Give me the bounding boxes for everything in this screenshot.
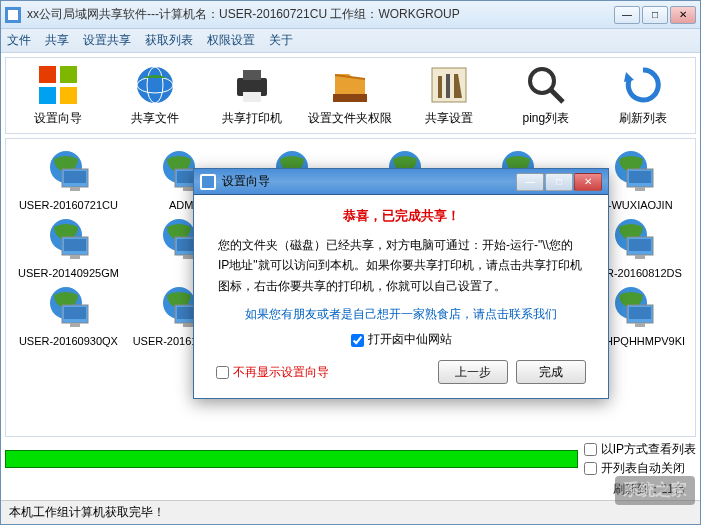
- svg-rect-10: [243, 70, 261, 80]
- checkbox-auto-close[interactable]: [584, 462, 597, 475]
- dialog-close-button[interactable]: ✕: [574, 173, 602, 191]
- progress-bar: [5, 450, 578, 468]
- toolbar-label: ping列表: [523, 110, 570, 127]
- window-title: xx公司局域网共享软件---计算机名：USER-20160721CU 工作组：W…: [27, 6, 614, 23]
- dialog-maximize-button[interactable]: □: [545, 173, 573, 191]
- menu-permissions[interactable]: 权限设置: [207, 32, 255, 49]
- toolbar-label: 设置向导: [34, 110, 82, 127]
- svg-rect-20: [64, 171, 86, 183]
- toolbar-label: 刷新列表: [619, 110, 667, 127]
- svg-rect-11: [243, 92, 261, 102]
- toolbar-label: 设置文件夹权限: [308, 110, 392, 127]
- option-by-ip[interactable]: 以IP方式查看列表: [584, 441, 696, 458]
- status-bar: 本机工作组计算机获取完毕！: [1, 500, 700, 524]
- dialog-body: 恭喜，已完成共享！ 您的文件夹（磁盘）已经共享，对方电脑可通过：开始-运行-"\…: [194, 195, 608, 398]
- computer-label: USER-20140925GM: [14, 267, 123, 279]
- svg-rect-64: [629, 239, 651, 251]
- svg-rect-4: [39, 87, 56, 104]
- checkbox-no-show[interactable]: [216, 366, 229, 379]
- windows-logo-icon: [37, 64, 79, 106]
- dialog-open-site[interactable]: 打开卤中仙网站: [210, 331, 592, 348]
- dialog-no-show[interactable]: 不再显示设置向导: [216, 364, 430, 381]
- dialog-link[interactable]: 如果您有朋友或者是自己想开一家熟食店，请点击联系我们: [210, 306, 592, 323]
- menu-share[interactable]: 共享: [45, 32, 69, 49]
- dialog-footer: 不再显示设置向导 上一步 完成: [210, 360, 592, 388]
- svg-rect-21: [70, 187, 80, 191]
- computer-icon: [609, 283, 657, 331]
- count-text: 刷新到：21台: [613, 481, 686, 498]
- svg-rect-14: [438, 76, 442, 98]
- computer-item[interactable]: USER-20160930QX: [14, 283, 123, 347]
- svg-rect-68: [64, 307, 86, 319]
- svg-point-16: [530, 69, 554, 93]
- computer-icon: [44, 147, 92, 195]
- svg-rect-45: [70, 255, 80, 259]
- toolbar-share-settings[interactable]: 共享设置: [409, 64, 489, 127]
- svg-rect-2: [39, 66, 56, 83]
- svg-rect-65: [635, 255, 645, 259]
- svg-rect-88: [629, 307, 651, 319]
- bottom-row: 以IP方式查看列表 开列表自动关闭: [5, 441, 696, 477]
- toolbar-folder-perm[interactable]: 设置文件夹权限: [308, 64, 392, 127]
- folder-lock-icon: [329, 64, 371, 106]
- refresh-icon: [622, 64, 664, 106]
- toolbar-share-printer[interactable]: 共享打印机: [212, 64, 292, 127]
- option-auto-close[interactable]: 开列表自动关闭: [584, 460, 696, 477]
- menu-get-list[interactable]: 获取列表: [145, 32, 193, 49]
- toolbar-label: 共享打印机: [222, 110, 282, 127]
- dialog-titlebar: 设置向导 ― □ ✕: [194, 169, 608, 195]
- svg-rect-1: [8, 10, 18, 20]
- menu-file[interactable]: 文件: [7, 32, 31, 49]
- computer-label: USER-20160930QX: [14, 335, 123, 347]
- window-buttons: ― □ ✕: [614, 6, 696, 24]
- computer-icon: [44, 215, 92, 263]
- svg-rect-25: [183, 187, 193, 191]
- svg-rect-89: [635, 323, 645, 327]
- toolbar-share-file[interactable]: 共享文件: [115, 64, 195, 127]
- svg-rect-69: [70, 323, 80, 327]
- menubar: 文件 共享 设置共享 获取列表 权限设置 关于: [1, 29, 700, 53]
- checkbox-open-site[interactable]: [351, 334, 364, 347]
- minimize-button[interactable]: ―: [614, 6, 640, 24]
- prev-button[interactable]: 上一步: [438, 360, 508, 384]
- svg-rect-49: [183, 255, 193, 259]
- svg-rect-90: [202, 176, 214, 188]
- app-icon: [5, 7, 21, 23]
- svg-rect-15: [446, 74, 450, 98]
- printer-icon: [231, 64, 273, 106]
- computer-item[interactable]: USER-20160721CU: [14, 147, 123, 211]
- computer-item[interactable]: USER-20140925GM: [14, 215, 123, 279]
- close-button[interactable]: ✕: [670, 6, 696, 24]
- svg-rect-44: [64, 239, 86, 251]
- toolbar-refresh[interactable]: 刷新列表: [603, 64, 683, 127]
- svg-rect-73: [183, 323, 193, 327]
- toolbar: 设置向导 共享文件 共享打印机 设置文件夹权限 共享设置 ping列表 刷新列表: [5, 57, 696, 134]
- dialog-message: 您的文件夹（磁盘）已经共享，对方电脑可通过：开始-运行-"\\您的IP地址"就可…: [218, 235, 584, 296]
- svg-rect-3: [60, 66, 77, 83]
- menu-share-settings[interactable]: 设置共享: [83, 32, 131, 49]
- computer-icon: [609, 147, 657, 195]
- tools-icon: [428, 64, 470, 106]
- dialog-minimize-button[interactable]: ―: [516, 173, 544, 191]
- wizard-dialog: 设置向导 ― □ ✕ 恭喜，已完成共享！ 您的文件夹（磁盘）已经共享，对方电脑可…: [193, 168, 609, 399]
- svg-rect-40: [629, 171, 651, 183]
- checkbox-by-ip[interactable]: [584, 443, 597, 456]
- dialog-title: 设置向导: [222, 173, 516, 190]
- count-row: 刷新到：21台: [5, 481, 696, 498]
- svg-line-17: [551, 90, 563, 102]
- maximize-button[interactable]: □: [642, 6, 668, 24]
- dialog-icon: [200, 174, 216, 190]
- svg-rect-5: [60, 87, 77, 104]
- toolbar-ping[interactable]: ping列表: [506, 64, 586, 127]
- computer-icon: [609, 215, 657, 263]
- options-panel: 以IP方式查看列表 开列表自动关闭: [584, 441, 696, 477]
- finish-button[interactable]: 完成: [516, 360, 586, 384]
- computer-icon: [44, 283, 92, 331]
- magnifier-icon: [525, 64, 567, 106]
- toolbar-wizard[interactable]: 设置向导: [18, 64, 98, 127]
- dialog-heading: 恭喜，已完成共享！: [210, 207, 592, 225]
- menu-about[interactable]: 关于: [269, 32, 293, 49]
- svg-rect-41: [635, 187, 645, 191]
- computer-label: USER-20160721CU: [14, 199, 123, 211]
- titlebar: xx公司局域网共享软件---计算机名：USER-20160721CU 工作组：W…: [1, 1, 700, 29]
